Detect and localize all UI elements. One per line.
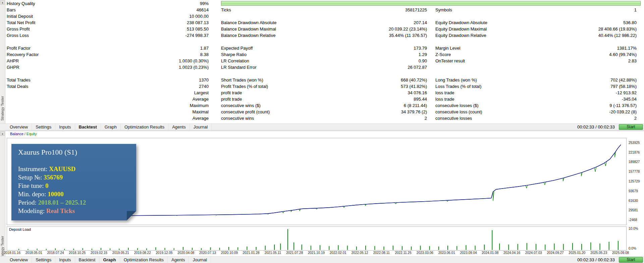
- deposit-min-label: 0.0%: [629, 247, 636, 250]
- report-row: Gross Loss-274 998.37Balance Drawdown Re…: [5, 32, 644, 39]
- chart-legend: Balance/Equity: [10, 132, 37, 136]
- report-row: History Quality99%: [5, 0, 644, 7]
- tab-overview[interactable]: Overview: [6, 124, 32, 130]
- report-label: consecutive wins: [221, 115, 254, 121]
- deposit-bar: [499, 244, 500, 250]
- x-axis-label: 2021.05.11: [265, 251, 281, 255]
- deposit-bar: [247, 247, 247, 250]
- report-value: 2: [529, 115, 637, 121]
- x-axis-label: 2022.08.11: [373, 251, 390, 255]
- report-label: Balance Drawdown Maximal: [221, 26, 276, 32]
- close-icon[interactable]: x: [0, 0, 5, 5]
- deposit-load-chart[interactable]: Deposit Load: [7, 226, 627, 251]
- tab-graph[interactable]: Graph: [99, 257, 120, 263]
- report-row: Averageconsecutive wins2consecutive loss…: [5, 115, 644, 121]
- deposit-bar: [347, 246, 348, 250]
- report-value: Average: [106, 115, 209, 121]
- deposit-bar: [83, 248, 83, 250]
- tab-overview[interactable]: Overview: [6, 257, 32, 263]
- deposit-max-label: 10.0%: [629, 227, 638, 230]
- deposit-bar: [466, 245, 466, 250]
- report-value: -12 913.92: [529, 90, 637, 96]
- deposit-bar: [210, 247, 211, 250]
- deposit-bar: [411, 247, 412, 250]
- tab-backtest[interactable]: Backtest: [75, 257, 100, 263]
- deposit-bar: [554, 244, 555, 250]
- report-value: 536.80: [529, 19, 637, 26]
- deposit-bar: [438, 247, 439, 250]
- x-axis-label: 2019.08.22: [134, 251, 151, 255]
- deposit-bar: [429, 246, 430, 250]
- info-box-line: Fine tune: 0: [18, 181, 131, 190]
- tab-inputs[interactable]: Inputs: [55, 257, 75, 263]
- tab-optimization-results[interactable]: Optimization Results: [120, 257, 168, 263]
- start-button[interactable]: Start: [619, 124, 643, 130]
- report-value: 1.0030 (0.30%): [106, 58, 209, 64]
- report-label: consecutive losses ($): [435, 102, 479, 109]
- tab-inputs[interactable]: Inputs: [55, 124, 75, 130]
- deposit-bar: [338, 245, 339, 250]
- x-axis-label: 2020.10.09: [221, 251, 238, 255]
- deposit-bar: [37, 249, 38, 250]
- report-row: Profit Factor1.87Expected Payoff173.79Ma…: [5, 45, 644, 51]
- report-label: Profit Trades (% of total): [221, 83, 268, 90]
- report-label: loss trade: [435, 96, 454, 102]
- close-icon[interactable]: x: [0, 132, 5, 136]
- deposit-bar: [237, 247, 238, 250]
- report-label: Equity Drawdown Absolute: [435, 19, 487, 26]
- deposit-bar: [536, 244, 536, 250]
- deposit-bar: [28, 249, 28, 250]
- report-row: Recovery Factor8.38Sharpe Ratio1.29Z-Sco…: [5, 51, 644, 58]
- report-label: Expected Payoff: [221, 45, 253, 51]
- tab-settings[interactable]: Settings: [32, 257, 55, 263]
- deposit-bar: [356, 247, 357, 250]
- tab-backtest[interactable]: Backtest: [75, 124, 101, 130]
- deposit-bar: [527, 243, 527, 250]
- report-label: consecutive loss (count): [435, 109, 482, 115]
- report-value: Maximal: [106, 109, 209, 115]
- deposit-bar: [155, 247, 156, 250]
- tab-graph[interactable]: Graph: [101, 124, 121, 130]
- report-value: 34 379.76 (2): [334, 109, 427, 115]
- report-label: Loss Trades (% of total): [435, 83, 481, 90]
- report-label: Margin Level: [435, 45, 460, 51]
- report-value: 207.14: [334, 19, 427, 26]
- report-label: profit trade: [221, 90, 242, 96]
- graph-panel: x Strategy Tester Balance/Equity 2539252…: [0, 131, 644, 263]
- report-label: Balance Drawdown Relative: [221, 32, 276, 39]
- deposit-bar: [609, 242, 609, 250]
- report-value: 40.44% (12 986.22): [529, 32, 637, 39]
- x-axis-label: 2020.07.13: [199, 251, 216, 255]
- tab-settings[interactable]: Settings: [32, 124, 55, 130]
- report-label: Total Deals: [7, 83, 28, 90]
- deposit-bar: [201, 248, 202, 250]
- report-label: LR Standard Error: [221, 64, 257, 70]
- report-row: Total Net Profit238 087.13Balance Drawdo…: [5, 19, 644, 26]
- deposit-bar: [73, 249, 74, 250]
- tab-journal[interactable]: Journal: [189, 257, 211, 263]
- legend-equity: Equity: [26, 132, 37, 136]
- x-axis-label: 2018.05.01: [25, 251, 42, 255]
- report-label: consecutive losses: [435, 115, 472, 121]
- report-row: GHPR1.0023 (0.23%)LR Standard Error26 07…: [5, 64, 644, 70]
- report-row: [5, 70, 644, 77]
- report-row: Gross Profit513 085.50Balance Drawdown M…: [5, 26, 644, 32]
- deposit-bar: [146, 249, 147, 250]
- deposit-bar: [64, 249, 65, 250]
- tab-agents[interactable]: Agents: [168, 257, 189, 263]
- report-value: 8.38: [106, 51, 209, 58]
- report-value: 26 072.87: [334, 64, 427, 70]
- report-value: 1.29: [334, 51, 427, 58]
- report-value: 1: [529, 7, 637, 13]
- tab-agents[interactable]: Agents: [168, 124, 190, 130]
- x-axis-label: 2022.11.25: [395, 251, 411, 255]
- start-button[interactable]: Start: [619, 257, 643, 263]
- deposit-bar: [618, 241, 619, 250]
- deposit-bar: [563, 244, 564, 250]
- tester-time: 00:02:33 / 00:02:33: [577, 124, 615, 129]
- tab-journal[interactable]: Journal: [190, 124, 212, 130]
- deposit-bar: [101, 248, 101, 250]
- report-value: 1370: [106, 77, 209, 83]
- tab-optimization-results[interactable]: Optimization Results: [121, 124, 168, 130]
- deposit-bar: [165, 248, 165, 250]
